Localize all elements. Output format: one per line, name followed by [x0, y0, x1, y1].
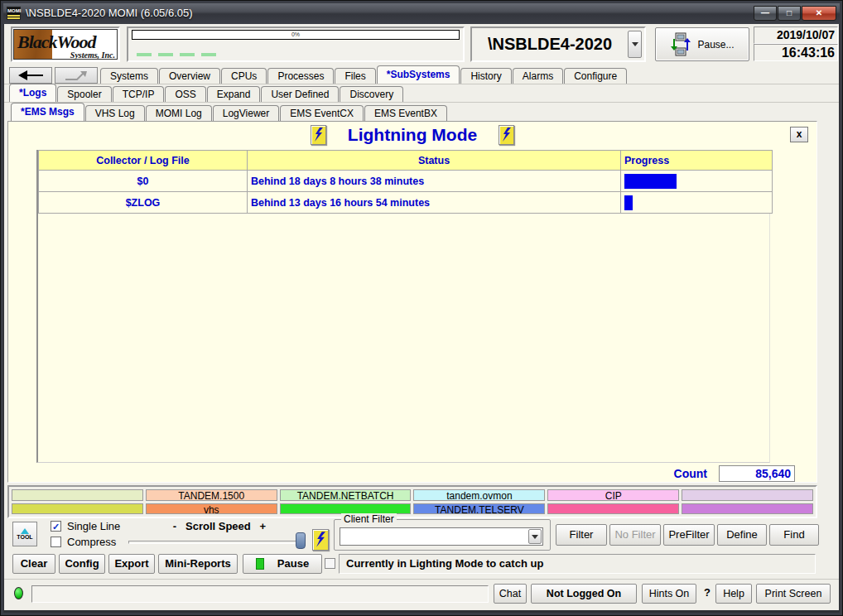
- scroll-speed-track[interactable]: [128, 541, 302, 544]
- tab-subsystems[interactable]: *SubSystems: [377, 65, 460, 84]
- legend-cell[interactable]: [682, 503, 813, 515]
- lightning-icon-right[interactable]: [499, 125, 514, 145]
- tab-spooler[interactable]: Spooler: [57, 86, 111, 102]
- blackwood-logo: BlackWood Systems, Inc.: [11, 26, 120, 62]
- maximize-button[interactable]: □: [778, 6, 801, 21]
- pause-scroll-button[interactable]: Pause: [243, 554, 322, 574]
- controls-row: TOOL ✓ Single Line Compress - Scroll Spe…: [4, 518, 839, 552]
- back-button[interactable]: [9, 67, 52, 84]
- filter-button[interactable]: Filter: [556, 524, 607, 546]
- single-line-checkbox[interactable]: ✓: [51, 521, 61, 532]
- define-button[interactable]: Define: [717, 524, 767, 546]
- config-button[interactable]: Config: [59, 554, 105, 574]
- legend-cell[interactable]: [12, 489, 143, 501]
- app-icon-text: MOMI: [7, 7, 20, 14]
- table-header-row: Collector / Log File Status Progress: [39, 151, 773, 171]
- legend-cell[interactable]: TANDEM.NETBATCH: [280, 489, 412, 501]
- export-button[interactable]: Export: [108, 554, 155, 574]
- window-title: \NSBLDE4-2020 MOMI (6.05/6.05): [26, 7, 754, 19]
- mini-reports-button[interactable]: Mini-Reports: [158, 554, 238, 574]
- scroll-speed-slider[interactable]: [296, 532, 306, 549]
- system-selector[interactable]: \NSBLDE4-2020: [470, 26, 646, 62]
- legend-cell[interactable]: tandem.ovmon: [413, 489, 545, 501]
- legend-cell[interactable]: [682, 489, 813, 501]
- panel-title: Lightning Mode: [348, 125, 477, 145]
- tab-ems-eventbx[interactable]: EMS EventBX: [364, 105, 447, 121]
- chat-button[interactable]: Chat: [494, 584, 527, 604]
- legend-cell[interactable]: TANDEM.1500: [146, 489, 277, 501]
- client-filter-label: Client Filter: [341, 513, 397, 525]
- table-row[interactable]: $0 Behind 18 days 8 hours 38 minutes: [39, 171, 773, 192]
- panel-close-button[interactable]: x: [790, 127, 808, 142]
- lightning-icon-left[interactable]: [311, 125, 326, 145]
- tab-logviewer[interactable]: LogViewer: [213, 105, 279, 121]
- footer-checkbox[interactable]: [325, 558, 335, 569]
- lightning-mode-button[interactable]: [312, 529, 329, 551]
- scroll-active-indicator: [256, 558, 264, 570]
- tab-momi-log[interactable]: MOMI Log: [146, 105, 212, 121]
- tab-systems[interactable]: Systems: [100, 68, 158, 84]
- tab-oss[interactable]: OSS: [165, 86, 205, 102]
- tab-history[interactable]: History: [460, 68, 511, 84]
- legend-cell[interactable]: [12, 503, 143, 515]
- scroll-speed-minus[interactable]: -: [173, 520, 176, 532]
- clear-button[interactable]: Clear: [12, 554, 55, 574]
- tab-alarms[interactable]: Alarms: [513, 68, 563, 84]
- client-filter-arrow[interactable]: [528, 529, 542, 544]
- header-collector[interactable]: Collector / Log File: [39, 151, 248, 171]
- client-filter-group: Client Filter: [334, 519, 551, 551]
- pause-refresh-button[interactable]: Pause...: [655, 27, 749, 61]
- table-row[interactable]: $ZLOG Behind 13 days 16 hours 54 minutes: [39, 192, 773, 214]
- logon-button[interactable]: Not Logged On: [531, 584, 637, 604]
- forward-button[interactable]: [55, 67, 98, 84]
- header-progress[interactable]: Progress: [621, 151, 773, 171]
- tab-expand[interactable]: Expand: [207, 86, 261, 102]
- tab-user-defined[interactable]: User Defined: [261, 86, 339, 102]
- print-screen-button[interactable]: Print Screen: [756, 584, 831, 604]
- minimize-button[interactable]: —: [754, 6, 777, 21]
- scroll-speed-label: Scroll Speed: [185, 520, 251, 532]
- title-bar[interactable]: MOMI \NSBLDE4-2020 MOMI (6.05/6.05) — □ …: [2, 2, 841, 24]
- subsystem-color-legend: TANDEM.1500 TANDEM.NETBATCH tandem.ovmon…: [7, 485, 817, 518]
- prefilter-button[interactable]: PreFilter: [663, 524, 715, 546]
- client-filter-combobox[interactable]: [340, 527, 543, 546]
- tab-overview[interactable]: Overview: [159, 68, 220, 84]
- connection-led-icon: [14, 587, 23, 599]
- main-tab-bar: Systems Overview CPUs Processes Files *S…: [4, 65, 839, 84]
- tab-processes[interactable]: Processes: [267, 68, 334, 84]
- time-display: 16:43:16: [754, 44, 838, 61]
- tab-logs[interactable]: *Logs: [9, 84, 56, 102]
- legend-cell[interactable]: TANDEM.TELSERV: [413, 503, 545, 515]
- legend-cell[interactable]: CIP: [547, 489, 679, 501]
- close-button[interactable]: ✕: [802, 6, 836, 21]
- find-button[interactable]: Find: [769, 524, 819, 546]
- single-line-label: Single Line: [67, 520, 120, 532]
- logs-tab-bar: *EMS Msgs VHS Log MOMI Log LogViewer EMS…: [4, 103, 839, 121]
- help-button[interactable]: Help: [715, 584, 752, 604]
- compress-checkbox[interactable]: [51, 537, 61, 547]
- compress-label: Compress: [67, 536, 116, 548]
- tool-arrow-icon: [21, 528, 29, 534]
- collector-list-area[interactable]: Collector / Log File Status Progress $0 …: [36, 150, 770, 463]
- tab-vhs-log[interactable]: VHS Log: [85, 105, 145, 121]
- tab-configure[interactable]: Configure: [564, 68, 627, 84]
- header-status[interactable]: Status: [248, 151, 621, 171]
- scroll-speed-plus[interactable]: +: [260, 520, 267, 532]
- legend-cell[interactable]: vhs: [146, 503, 277, 515]
- tool-button[interactable]: TOOL: [12, 522, 37, 546]
- tab-files[interactable]: Files: [335, 68, 375, 84]
- system-selector-arrow[interactable]: [628, 31, 642, 58]
- count-label: Count: [674, 467, 707, 480]
- tab-ems-msgs[interactable]: *EMS Msgs: [11, 103, 84, 121]
- tab-cpus[interactable]: CPUs: [221, 68, 267, 84]
- tab-tcpip[interactable]: TCP/IP: [113, 86, 165, 102]
- legend-cell[interactable]: [547, 503, 679, 515]
- hints-button[interactable]: Hints On: [642, 584, 696, 604]
- no-filter-button: No Filter: [609, 524, 661, 546]
- legend-cell[interactable]: [280, 503, 412, 515]
- transfer-icon: [670, 32, 691, 57]
- tab-ems-eventcx[interactable]: EMS EventCX: [280, 105, 364, 121]
- tab-discovery[interactable]: Discovery: [340, 86, 403, 102]
- collector-name: $0: [39, 171, 248, 192]
- refresh-progress-bar: 0%: [132, 30, 460, 40]
